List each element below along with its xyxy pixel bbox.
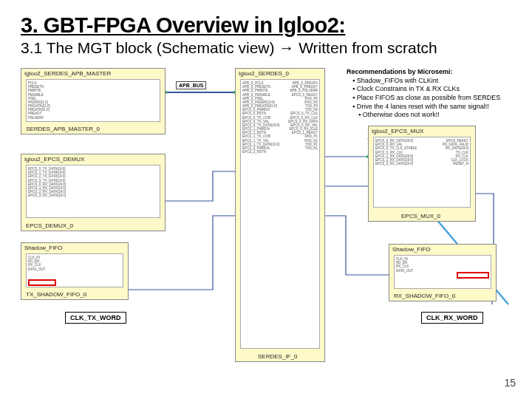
block-title: Shadow_FIFO [392,246,431,253]
block-inner: EPCS_0_RX_DATA[19:0]EPCS_0_RX_VALEPCS_0_… [373,137,471,208]
port-list: EPCS_0_TX_DATA[19:0]EPCS_1_TX_DATA[19:0]… [28,167,66,197]
block-shadow-fifo-tx: Shadow_FIFO CLK_INRD_ENRX_CLKDATA_OUT TX… [21,242,129,300]
block-epcs-demux: Igloo2_EPCS_DEMUX EPCS_0_TX_DATA[19:0]EP… [21,154,166,231]
arrow-icon: → [279,39,294,56]
block-title: Igloo2_SERDES_0 [239,70,289,77]
block-instance: EPCS_MUX_0 [401,213,440,219]
block-instance: SERDES_IF_0 [258,353,297,360]
block-epcs-mux: Igloo2_EPCS_MUX EPCS_0_RX_DATA[19:0]EPCS… [368,126,476,222]
port-list-left: EPCS_0_RX_DATA[19:0]EPCS_0_RX_VALEPCS_0_… [375,139,417,166]
schematic-diagram: Igloo2_SERDES_APB_MASTER PCLKPRESETNPWRI… [21,68,516,364]
sticker-clk-tx: CLK_TX_WORD [65,312,126,324]
block-serdes-if: Igloo2_SERDES_0 APB_S_PCLKAPB_S_PRESETNA… [235,68,325,362]
block-inner: PCLKPRESETNPWRITEPENABLEPSELPADDR[31:0]P… [26,79,160,122]
port-list: CLK_INRD_ENRX_CLKDATA_OUT [28,256,45,271]
page-subtitle: 3.1 The MGT block (Schematic view) → Wri… [21,39,511,57]
block-title: Igloo2_SERDES_APB_MASTER [24,70,111,77]
block-title: Igloo2_EPCS_DEMUX [24,156,84,163]
block-shadow-fifo-rx: Shadow_FIFO CLK_INRD_ENRX_CLKDATA_OUT RX… [389,244,497,301]
block-inner: CLK_INRD_ENRX_CLKDATA_OUT [394,255,491,289]
block-inner: EPCS_0_TX_DATA[19:0]EPCS_1_TX_DATA[19:0]… [26,165,160,218]
block-inner: APB_S_PCLKAPB_S_PRESETNAPB_S_PWRITEAPB_S… [240,79,320,349]
block-title: Igloo2_EPCS_MUX [372,128,423,134]
port-list: PCLKPRESETNPWRITEPENABLEPSELPADDR[31:0]P… [28,81,50,120]
block-apb-master: Igloo2_SERDES_APB_MASTER PCLKPRESETNPWRI… [21,68,166,134]
bus-label-apb: APB_BUS [176,81,206,89]
port-list: CLK_INRD_ENRX_CLKDATA_OUT [396,257,413,273]
sticker-clk-rx: CLK_RX_WORD [421,312,483,324]
highlight-box [457,272,489,279]
block-instance: EPCS_DEMUX_0 [26,222,73,229]
block-instance: RX_SHADOW_FIFO_0 [394,293,455,299]
block-inner: CLK_INRD_ENRX_CLKDATA_OUT [26,253,123,287]
port-list-right: EPCS_READYRX_DATA_VALIDRX_DATA[19:0]TX_C… [443,139,468,166]
port-list-left: APB_S_PCLKAPB_S_PRESETNAPB_S_PWRITEAPB_S… [242,81,280,154]
subtitle-post: Written from scratch [294,39,437,56]
page-number: 15 [504,377,516,389]
block-title: Shadow_FIFO [24,245,63,251]
port-list-right: APB_S_PRDATAAPB_S_PREADYAPB_S_PSLVERREPC… [288,81,318,150]
block-instance: SERDES_APB_MASTER_0 [26,126,100,132]
page-title: 3. GBT-FPGA Overview in Igloo2: [21,13,511,38]
subtitle-pre: 3.1 The MGT block (Schematic view) [21,39,279,56]
block-instance: TX_SHADOW_FIFO_0 [26,291,86,298]
highlight-box [28,279,56,286]
